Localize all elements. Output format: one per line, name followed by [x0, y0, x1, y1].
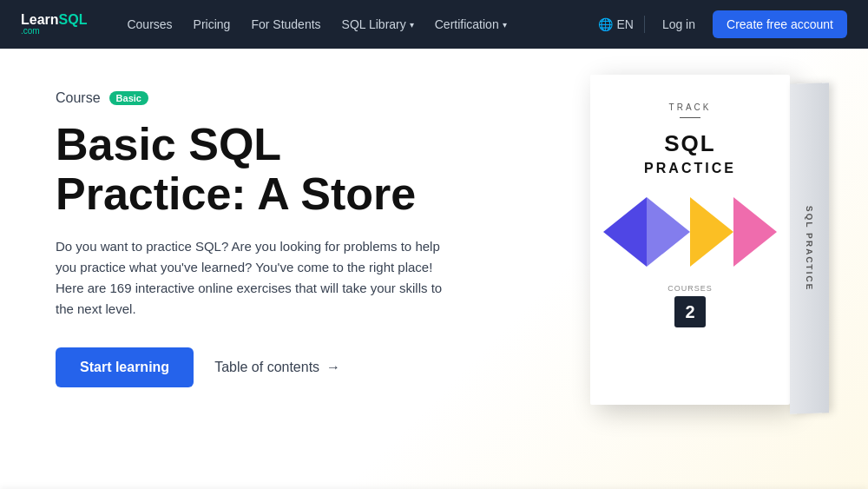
chevron-down-icon: ▾ [503, 20, 507, 30]
nav-divider [644, 16, 645, 33]
logo-text: LearnSQL [21, 13, 87, 27]
arrow-icon: → [326, 360, 340, 375]
book-spine: SQL PRACTICE [790, 83, 829, 414]
shape-blue-right [647, 197, 690, 267]
book-cover: TRACK SQL PRACTICE COURSES 2 [590, 75, 790, 405]
hero-description: Do you want to practice SQL? Are you loo… [56, 236, 455, 320]
book-track-label: TRACK [669, 102, 712, 112]
book-title: SQL [664, 130, 715, 157]
toc-label: Table of contents [214, 360, 319, 375]
start-learning-button[interactable]: Start learning [56, 347, 194, 387]
book-divider [680, 117, 700, 118]
nav-for-students[interactable]: For Students [242, 12, 329, 36]
nav-right: 🌐 EN Log in Create free account [598, 10, 847, 38]
nav-links: Courses Pricing For Students SQL Library… [118, 12, 574, 36]
lang-label: EN [616, 17, 633, 31]
logo[interactable]: LearnSQL .com [21, 13, 87, 36]
login-button[interactable]: Log in [655, 12, 702, 36]
hero-section: Course Basic Basic SQL Practice: A Store… [0, 49, 868, 489]
globe-icon: 🌐 [598, 17, 613, 31]
basic-badge: Basic [109, 91, 148, 105]
nav-certification[interactable]: Certification ▾ [426, 12, 516, 36]
spine-text: SQL PRACTICE [805, 206, 814, 292]
navbar: LearnSQL .com Courses Pricing For Studen… [0, 0, 868, 49]
nav-sql-library[interactable]: SQL Library ▾ [333, 12, 423, 36]
logo-subtitle: .com [21, 27, 87, 36]
book-courses-count: 2 [674, 296, 706, 327]
language-selector[interactable]: 🌐 EN [598, 17, 633, 31]
book-shapes [603, 197, 777, 267]
shape-blue-left [603, 197, 647, 267]
create-account-button[interactable]: Create free account [713, 10, 847, 38]
title-line2: Practice: A Store [56, 169, 416, 219]
course-text: Course [56, 90, 101, 106]
shape-pink [733, 197, 777, 267]
nav-pricing[interactable]: Pricing [185, 12, 240, 36]
table-of-contents-link[interactable]: Table of contents → [214, 360, 340, 375]
book-subtitle: PRACTICE [644, 161, 736, 176]
book-visual: TRACK SQL PRACTICE COURSES 2 SQL PRACTIC… [556, 75, 833, 448]
title-line1: Basic SQL [56, 119, 281, 169]
shape-yellow [690, 197, 733, 267]
chevron-down-icon: ▾ [410, 20, 414, 30]
nav-courses[interactable]: Courses [118, 12, 181, 36]
book-courses-label: COURSES [667, 284, 713, 293]
